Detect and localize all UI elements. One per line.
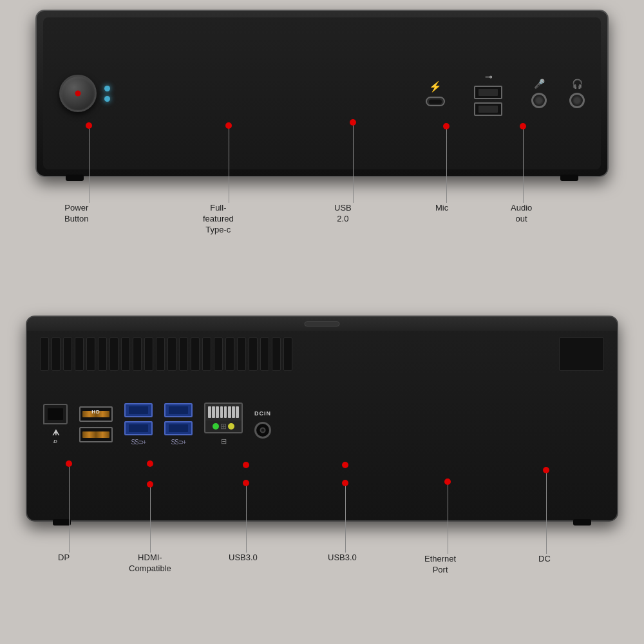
audio-dot: [520, 123, 526, 129]
dp-label: DP: [58, 553, 70, 564]
bottom-ports-row: ᗗ D HD: [27, 377, 617, 471]
usb30-left-top: [124, 403, 153, 417]
ss-symbol-left: SS⊃+: [131, 439, 146, 446]
bottom-device: ᗗ D HD: [26, 316, 618, 522]
mic-port-group: 🎤: [531, 79, 547, 108]
dc-port-group: DCIN: [254, 410, 271, 439]
dc-label: DC: [538, 554, 551, 565]
led-indicators: [104, 86, 110, 102]
mic-icon: 🎤: [534, 79, 545, 89]
usbc-dot: [225, 122, 232, 129]
usb30-left-dot-bottom: [243, 480, 249, 486]
power-button-label: Power Button: [64, 203, 89, 225]
led-bottom: [104, 96, 110, 102]
usb30-right-group: SS⊃+: [164, 403, 193, 446]
hdmi-label: HDMI- Compatible: [129, 553, 171, 574]
audio-out-port-group: 🎧: [569, 79, 585, 108]
thunderbolt-icon: ⚡: [429, 80, 442, 93]
ethernet-dot: [444, 478, 451, 485]
dc-dot: [543, 467, 549, 473]
feet-top-device: [66, 175, 578, 181]
feet-bottom-device: [53, 519, 591, 526]
usbc-label: Full-featured Type-c: [203, 203, 234, 236]
audio-out-label: Audio out: [511, 203, 532, 225]
usb20-port-top: [474, 86, 502, 99]
mic-label: Mic: [435, 203, 448, 214]
usb20-port-bottom: [474, 102, 502, 116]
page-container: ⚡ ⊸ 🎤: [0, 0, 644, 644]
hdmi-dot-top: [147, 460, 153, 467]
usb20-label: USB 2.0: [334, 203, 352, 225]
dc-port: [254, 422, 271, 439]
hdmi-port-top: HD: [79, 406, 113, 422]
eth-network-icon: ⊟: [221, 437, 227, 446]
vent-slots: [27, 331, 617, 377]
audio-out-jack: [569, 93, 585, 108]
power-button[interactable]: [59, 75, 97, 112]
headphone-icon: 🎧: [572, 79, 583, 89]
usb30-right-label: USB3.0: [328, 553, 357, 564]
led-top: [104, 86, 110, 91]
usb30-right-dot-bottom: [342, 480, 348, 486]
power-section: [59, 75, 110, 112]
usb20-port-group: ⊸: [474, 71, 502, 116]
usb30-right-dot-top: [342, 462, 348, 468]
usbc-port: [426, 97, 445, 106]
dp-logo: ᗗ D: [52, 428, 59, 444]
usb20-dot: [350, 119, 356, 126]
dp-port-group: ᗗ D: [43, 404, 68, 444]
usbc-port-group: ⚡: [426, 80, 445, 106]
usb20-ports: [474, 86, 502, 116]
dp-dot: [66, 460, 72, 467]
usb30-right-bottom: [164, 421, 193, 435]
ethernet-port-group: ⊞ ⊟: [204, 402, 243, 446]
ethernet-label: Ethernet Port: [424, 554, 456, 576]
usb-icon: ⊸: [485, 71, 492, 82]
mic-dot: [443, 123, 450, 129]
hdmi-port-bottom: [79, 427, 113, 442]
ss-symbol-right: SS⊃+: [171, 439, 185, 446]
dp-port: [43, 404, 68, 424]
ethernet-port: ⊞: [204, 402, 243, 433]
mic-jack: [531, 93, 547, 108]
usb30-left-label: USB3.0: [229, 553, 258, 564]
usb30-left-group: SS⊃+: [124, 403, 153, 446]
usb30-left-dot-top: [243, 462, 249, 468]
hdmi-port-group: HD: [79, 406, 113, 442]
hdmi-dot-bottom: [147, 481, 153, 488]
power-dot: [86, 122, 92, 129]
usb30-right-top: [164, 403, 193, 417]
usb30-left-bottom: [124, 421, 153, 435]
